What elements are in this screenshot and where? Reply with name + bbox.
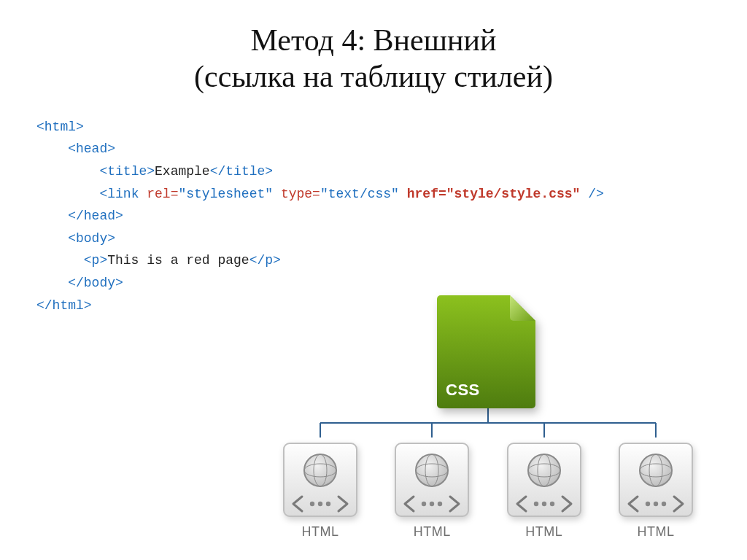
- html-file-icon: HTML: [273, 440, 368, 540]
- code-text: This is a red page: [107, 253, 249, 268]
- code-tag: </html>: [36, 298, 92, 313]
- svg-point-32: [654, 502, 658, 506]
- svg-point-14: [416, 454, 448, 486]
- code-tag: <body>: [68, 231, 115, 246]
- code-tag: </head>: [68, 209, 123, 223]
- svg-point-11: [318, 502, 322, 506]
- html-file-icon: HTML: [497, 440, 592, 540]
- html-file-label: HTML: [273, 524, 368, 540]
- html-file-label: HTML: [384, 524, 479, 540]
- svg-point-25: [541, 502, 546, 506]
- svg-point-12: [326, 502, 330, 506]
- svg-point-26: [549, 502, 554, 506]
- svg-point-10: [310, 502, 314, 506]
- html-file-label: HTML: [497, 524, 592, 540]
- code-tag: <head>: [68, 141, 115, 156]
- slide: Метод 4: Внешний (ссылка на таблицу стил…: [0, 0, 747, 560]
- svg-point-33: [662, 502, 666, 506]
- css-file-label: CSS: [446, 381, 480, 400]
- code-tag: <html>: [36, 120, 84, 134]
- code-tag: <title>: [99, 164, 155, 179]
- code-attr-bold: href=: [399, 187, 446, 201]
- code-text: Example: [155, 164, 210, 179]
- code-tag: </p>: [249, 253, 281, 268]
- html-file-icon: HTML: [384, 440, 479, 540]
- svg-point-31: [646, 502, 650, 506]
- svg-point-18: [430, 502, 434, 506]
- svg-point-24: [533, 502, 538, 506]
- title-line-2: (ссылка на таблицу стилей): [194, 60, 553, 93]
- css-html-diagram: CSS: [273, 292, 703, 540]
- slide-title: Метод 4: Внешний (ссылка на таблицу стил…: [29, 22, 718, 96]
- html-file-icon: HTML: [608, 440, 703, 540]
- code-tag: <link: [99, 187, 139, 201]
- css-file-icon: CSS: [437, 292, 539, 408]
- code-tag: />: [580, 187, 603, 201]
- code-tag: </body>: [68, 276, 123, 290]
- code-tag: <p>: [84, 253, 107, 268]
- code-attr-bold: "style/style.css": [446, 187, 581, 201]
- svg-point-28: [640, 454, 672, 486]
- code-tag: </title>: [210, 164, 273, 179]
- svg-point-17: [422, 502, 426, 506]
- html-file-label: HTML: [608, 524, 703, 540]
- code-sample: <html> <head> <title>Example</title> <li…: [29, 116, 718, 316]
- code-str: "stylesheet": [178, 187, 273, 201]
- svg-point-19: [438, 502, 442, 506]
- svg-point-7: [304, 454, 336, 486]
- title-line-1: Метод 4: Внешний: [251, 23, 497, 57]
- code-attr: type=: [273, 187, 320, 201]
- html-files-row: HTML: [273, 440, 703, 540]
- code-str: "text/css": [320, 187, 399, 201]
- svg-point-21: [528, 454, 560, 486]
- code-attr: rel=: [139, 187, 178, 201]
